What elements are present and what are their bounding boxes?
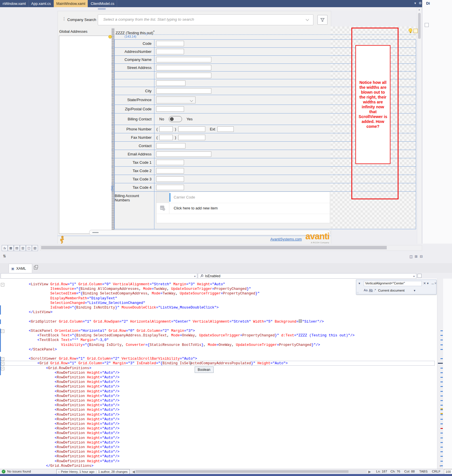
panel-icon[interactable]	[425, 23, 429, 27]
document-tab[interactable]: MainWindow.xaml	[54, 0, 88, 7]
designer-bottom-scrollbar[interactable]	[40, 245, 422, 251]
text-input[interactable]	[156, 160, 184, 165]
designer-grid-icon[interactable]: ▦	[8, 245, 14, 251]
whole-word-icon[interactable]: Ab	[369, 288, 373, 292]
gear-icon[interactable]: ⚙	[419, 1, 422, 5]
text-input[interactable]	[156, 41, 184, 46]
designer-splitview-icon[interactable]: ◫	[26, 245, 32, 251]
add-row-icon	[160, 206, 165, 212]
scrollbar-annotation	[440, 423, 443, 424]
text-input[interactable]	[156, 88, 211, 94]
text-input[interactable]	[156, 176, 184, 182]
designer-vertical-scrollbar[interactable]: ▲	[417, 7, 422, 244]
datatype-tooltip: Boolean	[195, 367, 214, 373]
close-icon[interactable]: ✕	[434, 282, 437, 285]
text-input[interactable]	[156, 49, 184, 54]
scrollbar-thumb[interactable]	[136, 470, 348, 473]
vertical-split-icon[interactable]: ◫	[409, 255, 413, 259]
state-province-select[interactable]	[156, 97, 196, 103]
text-input[interactable]	[156, 80, 185, 86]
drag-grip-icon[interactable]: ∷	[357, 291, 359, 294]
match-case-icon[interactable]: Aa	[364, 288, 367, 292]
area-code-input[interactable]	[159, 126, 173, 132]
health-check-icon[interactable]: ✓	[2, 470, 5, 473]
scrollbar-thumb[interactable]	[98, 8, 106, 10]
split-editor-icon[interactable]	[417, 274, 422, 278]
adorner-box-icon[interactable]	[413, 29, 418, 33]
find-scope[interactable]: Current document	[378, 289, 405, 292]
scrollbar-thumb[interactable]	[41, 246, 387, 249]
document-tab[interactable]: App.xaml.cs	[29, 0, 54, 7]
xaml-code-editor[interactable]: ▾ VerticalAlignment="Center" ✕ ▾ → ✕ Aa …	[0, 279, 437, 469]
history-dropdown-icon[interactable]: ▾	[427, 282, 429, 285]
field-label: Phone Number	[115, 125, 154, 133]
designer-effects-icon[interactable]: fx	[2, 245, 8, 251]
global-addresses-listbox[interactable]	[59, 36, 112, 234]
avanti-systems-link[interactable]: AvantiSystems.com	[270, 237, 302, 241]
change-tracking-bar	[0, 305, 1, 315]
number-input[interactable]	[178, 135, 205, 140]
anchor-pin-icon[interactable]	[108, 35, 112, 38]
area-code-input[interactable]	[159, 135, 173, 140]
drag-handle-icon[interactable]: ⋮	[62, 16, 66, 21]
text-input[interactable]	[156, 73, 211, 78]
chevron-down-icon[interactable]	[306, 18, 309, 21]
fold-toggle-icon[interactable]: −	[1, 362, 4, 365]
toggle-knob	[170, 117, 174, 121]
chevron-down-icon[interactable]: ▾	[414, 1, 416, 5]
swap-panes-icon[interactable]: ⇅	[3, 254, 6, 258]
text-input[interactable]	[156, 65, 211, 70]
scroll-left-icon[interactable]: ◀	[132, 470, 135, 474]
billing-contact-toggle[interactable]	[169, 116, 182, 122]
scrollbar-thumb[interactable]	[92, 232, 99, 233]
tab-xaml[interactable]: ▣ XAML	[9, 264, 32, 273]
collapse-pane-icon[interactable]: ⊟	[420, 255, 423, 259]
lightbulb-icon[interactable]	[408, 28, 413, 34]
member-dropdown[interactable]: IsEnabled ▾	[198, 273, 416, 279]
designer-document-icon[interactable]: ▧	[32, 245, 38, 251]
fold-toggle-icon[interactable]: −	[1, 329, 4, 333]
inner-horizontal-scrollbar[interactable]	[89, 230, 330, 235]
designer-rows-icon[interactable]: ▤	[14, 245, 20, 251]
billing-accounts-grid[interactable]: Carrier CodeClick here to add new item	[156, 192, 330, 223]
code-line: </ListView>	[12, 310, 53, 315]
fold-toggle-icon[interactable]: −	[1, 367, 4, 370]
find-input[interactable]: VerticalAlignment="Center"	[364, 281, 422, 286]
ext-input[interactable]	[217, 126, 234, 132]
text-input[interactable]	[156, 57, 211, 62]
type-dropdown[interactable]: ▾	[1, 273, 197, 279]
company-search-combobox[interactable]: Select a company from the list. Start ty…	[98, 14, 313, 25]
scroll-right-icon[interactable]: ▶	[368, 470, 371, 474]
text-input[interactable]	[156, 143, 185, 149]
editor-horizontal-scrollbar[interactable]	[135, 470, 367, 473]
eol-indicator[interactable]: CRLF	[432, 470, 440, 473]
chevron-down-icon[interactable]: ▾	[414, 289, 415, 292]
number-input[interactable]	[178, 126, 205, 132]
popout-window-icon[interactable]	[34, 266, 37, 269]
document-tab[interactable]: ClientModel.cs	[88, 0, 117, 7]
clear-icon[interactable]: ✕	[423, 282, 426, 285]
text-input[interactable]	[156, 151, 211, 157]
line-indicator[interactable]: Ln: 187	[376, 470, 387, 473]
text-input[interactable]	[156, 168, 184, 174]
codelens-blame[interactable]: ‹ Peter Henry, 1 hour ago | 1 author, 28…	[56, 469, 130, 474]
fold-toggle-icon[interactable]: −	[1, 357, 4, 361]
text-input[interactable]	[156, 106, 184, 112]
column-indicator[interactable]: Col: 88	[404, 470, 415, 473]
expand-find-icon[interactable]: ▾	[359, 282, 360, 285]
editor-vertical-scrollbar[interactable]: ▼	[437, 279, 443, 469]
scrollbar-thumb[interactable]	[418, 13, 421, 39]
text-input[interactable]	[156, 185, 184, 190]
fold-toggle-icon[interactable]: −	[1, 283, 4, 286]
horizontal-split-icon[interactable]: ⊞	[415, 255, 417, 259]
scroll-up-icon[interactable]: ▲	[418, 8, 420, 11]
designer-horizontal-scrollbar[interactable]	[58, 7, 416, 10]
designer-columns-icon[interactable]: ▥	[20, 245, 26, 251]
fil~ter-button[interactable]	[317, 15, 327, 25]
regex-icon[interactable]: .*	[374, 288, 376, 292]
find-next-icon[interactable]: →	[430, 281, 434, 286]
add-new-item-text[interactable]: Click here to add new item	[174, 206, 218, 210]
document-tab[interactable]: nWindow.xaml	[0, 0, 29, 7]
char-indicator[interactable]: Ch: 76	[390, 470, 400, 473]
tabs-indicator[interactable]: TABS	[419, 470, 428, 473]
